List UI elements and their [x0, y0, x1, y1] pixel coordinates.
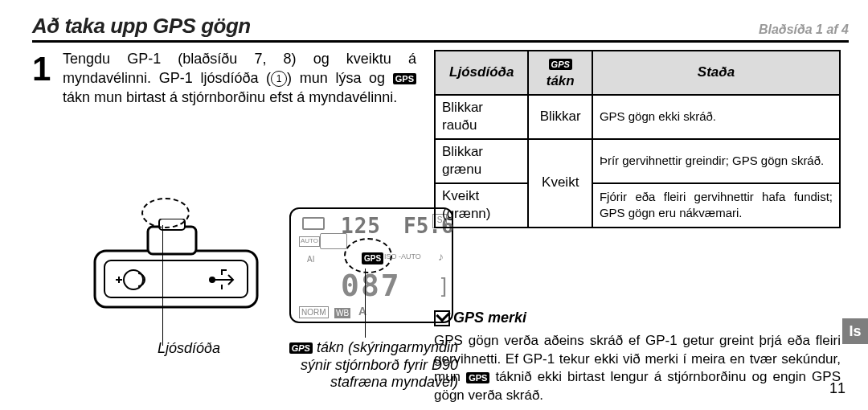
cell-status: GPS gögn ekki skráð. [592, 95, 840, 139]
language-tab: Is [842, 318, 868, 344]
lcd-wb: WB [334, 308, 350, 318]
meter-icon [320, 233, 347, 249]
gps-signal-heading: GPS merki [434, 309, 841, 328]
gps-device-drawing [92, 219, 260, 315]
page-info: Blaðsíða 1 af 4 [759, 23, 849, 40]
callout-diode [141, 198, 190, 228]
th-diode: Ljósdíóða [435, 51, 528, 95]
caption-diode: Ljósdíóða [158, 339, 220, 359]
caption-lcd: GPS tákn (skýringarmyndin sýnir stjórnbo… [281, 339, 458, 392]
cell-diode: Blikkar rauðu [435, 95, 528, 139]
table-row: Kveikt (grænn) Fjórir eða fleiri gervihn… [435, 183, 840, 228]
gps-signal-heading-text: GPS merki [453, 310, 526, 326]
gps-signal-body: GPS gögn verða aðeins skráð ef GP-1 getu… [434, 332, 841, 404]
callout-line-2 [365, 269, 366, 338]
gps-icon: GPS [549, 59, 572, 70]
callout-gps [344, 238, 392, 273]
gps-status-table: Ljósdíóða GPS tákn Staða Blikkar rauðu B… [434, 50, 841, 228]
page-title: Að taka upp GPS gögn [32, 14, 251, 40]
lcd-norm: NORM [299, 306, 329, 318]
gps-icon: GPS [466, 372, 489, 383]
svg-rect-2 [148, 227, 196, 254]
merki-b: táknið ekki birtast lengur á stjórnborði… [434, 369, 841, 402]
illustration: 125 F5.6 S AUTO AI GPS ISO -AUTO ♪ 087 ]… [92, 195, 450, 355]
page-number: 11 [829, 380, 845, 397]
left-column: 1 Tengdu GP-1 (blaðsíðu 7, 8) og kveiktu… [35, 50, 416, 107]
cell-icon: Blikkar [528, 95, 592, 139]
lcd-auto: AUTO [299, 236, 320, 247]
lcd-mid: AI [307, 254, 314, 264]
table-row: Blikkar rauðu Blikkar GPS gögn ekki skrá… [435, 95, 840, 139]
cell-status: Fjórir eða fleiri gervihnettir hafa fund… [592, 183, 840, 228]
right-column: Ljósdíóða GPS tákn Staða Blikkar rauðu B… [434, 50, 841, 404]
th-icon: GPS tákn [528, 51, 592, 95]
battery-icon [302, 217, 325, 230]
step-text: Tengdu GP-1 (blaðsíðu 7, 8) og kveiktu á… [63, 50, 416, 107]
check-icon [434, 310, 450, 326]
step-text-c: tákn mun birtast á stjórnborðinu efst á … [63, 89, 397, 105]
gps-icon: GPS [393, 73, 416, 84]
gps-icon: GPS [289, 342, 313, 354]
step-text-b: ) mun lýsa og [287, 70, 393, 86]
th-icon-text: tákn [547, 73, 575, 88]
circled-one-icon: 1 [271, 71, 287, 87]
th-status: Staða [592, 51, 840, 95]
cell-icon: Kveikt [528, 139, 592, 228]
step-number: 1 [32, 47, 51, 91]
cell-diode: Blikkar grænu [435, 139, 528, 183]
cell-status: Þrír gervihnettir greindir; GPS gögn skr… [592, 139, 840, 183]
callout-line-1 [162, 225, 163, 346]
page-header: Að taka upp GPS gögn Blaðsíða 1 af 4 [32, 14, 849, 43]
table-row: Blikkar grænu Kveikt Þrír gervihnettir g… [435, 139, 840, 183]
cell-diode: Kveikt (grænn) [435, 183, 528, 228]
